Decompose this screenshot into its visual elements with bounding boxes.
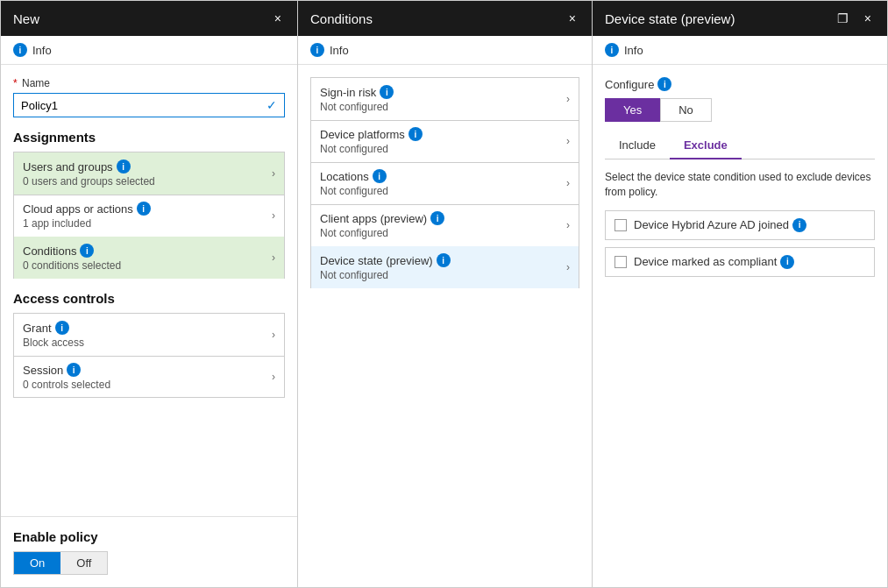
hybrid-azure-checkbox[interactable] [614, 219, 627, 231]
signin-risk-content: Sign-in risk i Not configured [320, 85, 566, 113]
new-info-icon: i [13, 43, 27, 57]
device-compliant-checkbox-item[interactable]: Device marked as compliant i [605, 247, 875, 277]
conditions-info-bar: i Info [298, 36, 592, 65]
tab-exclude[interactable]: Exclude [670, 132, 742, 159]
conditions-panel-title: Conditions [310, 11, 373, 26]
cloud-apps-info-icon: i [137, 202, 151, 216]
session-info-icon: i [67, 363, 81, 377]
grant-title: Grant i [23, 321, 272, 335]
cloud-apps-sub: 1 app included [23, 217, 272, 230]
assignments-label: Assignments [13, 130, 285, 145]
conditions-title: Conditions i [23, 244, 272, 258]
client-apps-content: Client apps (preview) i Not configured [320, 211, 566, 239]
conditions-panel-actions: × [565, 10, 579, 27]
device-state-content: Device state (preview) i Not configured [320, 253, 566, 281]
device-compliant-label: Device marked as compliant i [634, 255, 794, 269]
device-state-panel-title: Device state (preview) [605, 11, 735, 26]
signin-risk-title: Sign-in risk i [320, 85, 566, 99]
configure-info-icon: i [657, 77, 671, 91]
hybrid-azure-label: Device Hybrid Azure AD joined i [634, 218, 806, 232]
toggle-off-button[interactable]: Off [60, 552, 107, 574]
new-close-button[interactable]: × [271, 10, 285, 27]
conditions-panel-body: Sign-in risk i Not configured › Device p… [298, 65, 592, 587]
client-apps-title: Client apps (preview) i [320, 211, 566, 225]
conditions-content: Conditions i 0 conditions selected [23, 244, 272, 272]
no-button[interactable]: No [660, 98, 712, 122]
enable-policy-label: Enable policy [13, 529, 285, 544]
conditions-info-icon: i [80, 244, 94, 258]
hybrid-azure-checkbox-item[interactable]: Device Hybrid Azure AD joined i [605, 210, 875, 240]
conditions-item[interactable]: Conditions i 0 conditions selected › [14, 237, 284, 279]
select-description: Select the device state condition used t… [605, 170, 875, 200]
locations-title: Locations i [320, 169, 566, 183]
session-chevron: › [272, 371, 275, 383]
assignments-list: Users and groups i 0 users and groups se… [13, 152, 285, 279]
locations-sub: Not configured [320, 185, 566, 197]
client-apps-info-icon: i [430, 211, 444, 225]
grant-info-icon: i [55, 321, 69, 335]
new-panel-actions: × [271, 10, 285, 27]
new-info-bar: i Info [1, 36, 297, 65]
toggle-on-button[interactable]: On [14, 552, 60, 574]
grant-item[interactable]: Grant i Block access › [14, 314, 284, 357]
device-state-close-button[interactable]: × [861, 10, 875, 27]
new-panel-title: New [13, 11, 39, 26]
name-input-display[interactable]: Policy1 ✓ [13, 93, 285, 117]
users-groups-title: Users and groups i [23, 159, 272, 174]
name-label: * Name [13, 77, 285, 89]
device-compliant-checkbox[interactable] [614, 256, 627, 268]
device-compliant-info-icon: i [780, 255, 794, 269]
tabs-group: Include Exclude [605, 132, 875, 159]
device-state-info-text: Info [624, 44, 643, 57]
device-platforms-item[interactable]: Device platforms i Not configured › [311, 120, 579, 163]
conditions-info-text: Info [330, 44, 349, 57]
new-info-text: Info [32, 44, 52, 57]
conditions-panel: Conditions × i Info Sign-in risk i Not c… [298, 0, 592, 588]
device-state-title: Device state (preview) i [320, 253, 566, 267]
session-item[interactable]: Session i 0 controls selected › [14, 356, 284, 398]
new-panel: New × i Info * Name Policy1 ✓ Assignment… [0, 0, 298, 588]
device-platforms-chevron: › [566, 135, 570, 147]
signin-risk-sub: Not configured [320, 101, 566, 113]
users-groups-sub: 0 users and groups selected [23, 175, 272, 188]
access-controls-label: Access controls [13, 291, 285, 306]
grant-sub: Block access [23, 337, 272, 349]
yes-button[interactable]: Yes [605, 98, 660, 122]
users-groups-item[interactable]: Users and groups i 0 users and groups se… [14, 152, 284, 195]
conditions-close-button[interactable]: × [565, 10, 579, 27]
conditions-panel-header: Conditions × [298, 1, 592, 36]
cloud-apps-chevron: › [272, 209, 275, 222]
cloud-apps-title: Cloud apps or actions i [23, 202, 272, 216]
locations-content: Locations i Not configured [320, 169, 566, 197]
device-platforms-title: Device platforms i [320, 127, 566, 141]
device-state-info-icon: i [437, 253, 451, 267]
signin-risk-item[interactable]: Sign-in risk i Not configured › [311, 78, 579, 121]
conditions-info-icon: i [310, 43, 324, 57]
locations-chevron: › [566, 177, 570, 189]
client-apps-sub: Not configured [320, 227, 566, 239]
access-controls-list: Grant i Block access › Session i 0 contr… [13, 313, 285, 398]
yes-no-group: Yes No [605, 98, 712, 122]
users-groups-info-icon: i [117, 159, 131, 174]
conditions-list: Sign-in risk i Not configured › Device p… [310, 77, 579, 288]
session-content: Session i 0 controls selected [23, 363, 272, 391]
configure-section: Configure i Yes No [605, 77, 875, 122]
name-value: Policy1 [21, 99, 58, 112]
session-title: Session i [23, 363, 272, 377]
device-platforms-info-icon: i [408, 127, 423, 141]
signin-risk-chevron: › [566, 93, 570, 105]
device-state-item[interactable]: Device state (preview) i Not configured … [311, 246, 579, 288]
checkmark-icon: ✓ [266, 98, 277, 112]
device-state-info-icon-bar: i [605, 43, 619, 57]
device-state-panel-body: Configure i Yes No Include Exclude Selec… [593, 65, 887, 587]
tab-include[interactable]: Include [605, 132, 670, 159]
device-platforms-content: Device platforms i Not configured [320, 127, 566, 155]
conditions-chevron: › [272, 251, 275, 264]
device-state-chevron: › [566, 261, 570, 273]
cloud-apps-item[interactable]: Cloud apps or actions i 1 app included › [14, 195, 284, 237]
new-panel-header: New × [1, 1, 297, 36]
client-apps-chevron: › [566, 219, 570, 231]
locations-item[interactable]: Locations i Not configured › [311, 162, 579, 205]
client-apps-item[interactable]: Client apps (preview) i Not configured › [311, 204, 579, 247]
device-state-restore-button[interactable]: ❐ [834, 10, 852, 27]
